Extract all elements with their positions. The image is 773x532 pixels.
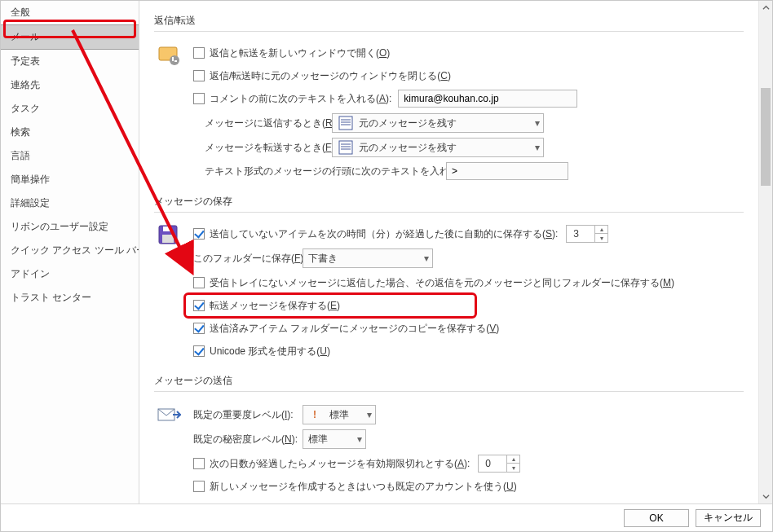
chk-prefix-comment[interactable] [193, 93, 205, 104]
dd-importance[interactable]: ! 標準 ▾ [303, 405, 376, 424]
sidebar-item-addins[interactable]: アドイン [1, 262, 139, 286]
dd-on-forward-value: 元のメッセージを残す [359, 141, 457, 155]
chk-expire[interactable] [193, 458, 205, 469]
reply-icon [154, 40, 183, 69]
chk-save-forwarded[interactable] [193, 300, 205, 311]
section-title-send: メッセージの送信 [154, 369, 744, 392]
dd-on-reply-value: 元のメッセージを残す [359, 117, 457, 130]
chevron-down-icon: ▾ [535, 117, 540, 129]
sidebar-item-calendar[interactable]: 予定表 [1, 50, 139, 73]
chk-save-reply-same-folder[interactable] [193, 277, 205, 288]
chk-always-default-account[interactable] [193, 481, 205, 492]
importance-icon: ! [308, 407, 325, 423]
lbl-expire: 次の日数が経過したらメッセージを有効期限切れとする(A): [210, 457, 470, 471]
svg-rect-2 [172, 57, 174, 61]
scroll-track[interactable] [759, 15, 772, 490]
dd-importance-value: 標準 [329, 408, 349, 422]
sidebar-item-general[interactable]: 全般 [1, 1, 139, 24]
lbl-close-original: 返信/転送時に元のメッセージのウィンドウを閉じる(C) [210, 69, 451, 83]
options-sidebar: 全般 メール 予定表 連絡先 タスク 検索 言語 簡単操作 詳細設定 リボンのユ… [1, 1, 139, 503]
spin-expire[interactable]: 0 ▴▾ [478, 455, 520, 473]
lbl-save-reply-same-folder: 受信トレイにないメッセージに返信した場合、その返信を元のメッセージと同じフォルダ… [210, 276, 674, 290]
spin-down-icon[interactable]: ▾ [507, 464, 519, 472]
dialog-footer: OK キャンセル [1, 503, 772, 531]
svg-rect-14 [162, 235, 174, 243]
ok-button[interactable]: OK [624, 509, 689, 527]
svg-rect-13 [163, 226, 171, 231]
lbl-autosave: 送信していないアイテムを次の時間（分）が経過した後に自動的に保存する(S): [210, 227, 558, 241]
sidebar-item-qat[interactable]: クイック アクセス ツール バー [1, 239, 139, 262]
scroll-down-icon[interactable] [759, 490, 772, 503]
lbl-always-default-account: 新しいメッセージを作成するときはいつも既定のアカウントを使う(U) [210, 480, 517, 494]
svg-text:!: ! [313, 409, 316, 420]
dd-sensitivity-value: 標準 [308, 433, 328, 446]
input-prefix-comment[interactable] [398, 90, 577, 108]
spin-autosave-min[interactable]: 3 ▴▾ [566, 225, 608, 243]
sidebar-item-contacts[interactable]: 連絡先 [1, 73, 139, 97]
sidebar-item-mail[interactable]: メール [1, 24, 139, 50]
cancel-button[interactable]: キャンセル [696, 509, 761, 527]
sidebar-item-ease[interactable]: 簡単操作 [1, 168, 139, 191]
sidebar-item-tasks[interactable]: タスク [1, 97, 139, 121]
paragraph-icon [338, 139, 354, 156]
save-icon [154, 221, 183, 250]
section-title-reply: 返信/転送 [154, 9, 744, 32]
chk-use-unicode[interactable] [193, 345, 205, 357]
dd-on-reply[interactable]: 元のメッセージを残す ▾ [332, 113, 544, 133]
input-plain-prefix[interactable] [446, 162, 568, 180]
svg-rect-8 [339, 141, 352, 154]
lbl-save-forwarded: 転送メッセージを保存する(E) [210, 299, 340, 313]
lbl-save-sent: 送信済みアイテム フォルダーにメッセージのコピーを保存する(V) [210, 322, 499, 336]
dd-on-forward[interactable]: 元のメッセージを残す ▾ [332, 138, 544, 157]
chevron-down-icon: ▾ [357, 433, 362, 445]
chevron-down-icon: ▾ [424, 253, 429, 264]
options-content: 返信/転送 返信と転送を新しいウィンドウで開く(O) [139, 1, 758, 503]
vertical-scrollbar[interactable] [758, 1, 772, 503]
chk-autosave[interactable] [193, 228, 205, 240]
spin-down-icon[interactable]: ▾ [595, 234, 607, 242]
section-reply-forward: 返信/転送 返信と転送を新しいウィンドウで開く(O) [154, 9, 744, 185]
scroll-thumb[interactable] [761, 88, 771, 186]
spin-up-icon[interactable]: ▴ [507, 455, 519, 464]
lbl-prefix-comment: コメントの前に次のテキストを入れる(A): [210, 92, 391, 106]
sidebar-item-custom-ribbon[interactable]: リボンのユーザー設定 [1, 215, 139, 239]
lbl-use-unicode: Unicode 形式を使用する(U) [210, 345, 330, 358]
svg-rect-3 [174, 60, 177, 62]
sidebar-item-search[interactable]: 検索 [1, 121, 139, 144]
chevron-down-icon: ▾ [367, 409, 372, 420]
section-save: メッセージの保存 送信していないアイテムを次の時間（分）が経過した後に自動的に保… [154, 190, 744, 364]
sidebar-item-advanced[interactable]: 詳細設定 [1, 191, 139, 215]
section-send: メッセージの送信 既定の重要度レベル(I): ! 標準 ▾ [154, 369, 744, 503]
dd-sensitivity[interactable]: 標準 ▾ [303, 429, 366, 449]
scroll-up-icon[interactable] [759, 1, 772, 15]
lbl-open-new-window: 返信と転送を新しいウィンドウで開く(O) [210, 46, 390, 60]
chk-save-sent[interactable] [193, 323, 205, 334]
chevron-down-icon: ▾ [535, 142, 540, 153]
send-icon [154, 400, 183, 429]
section-title-save: メッセージの保存 [154, 190, 744, 213]
chk-open-new-window[interactable] [193, 47, 205, 59]
dd-save-folder[interactable]: 下書き ▾ [303, 248, 433, 268]
paragraph-icon [338, 115, 354, 131]
lbl-comma-separator: 宛先の区切り文字にコンマも使用できる(L) [210, 503, 398, 504]
svg-rect-4 [339, 117, 352, 130]
sidebar-item-language[interactable]: 言語 [1, 144, 139, 168]
dd-save-folder-value: 下書き [308, 252, 338, 266]
chk-close-original[interactable] [193, 70, 205, 81]
spin-up-icon[interactable]: ▴ [595, 226, 607, 234]
sidebar-item-trust[interactable]: トラスト センター [1, 286, 139, 310]
